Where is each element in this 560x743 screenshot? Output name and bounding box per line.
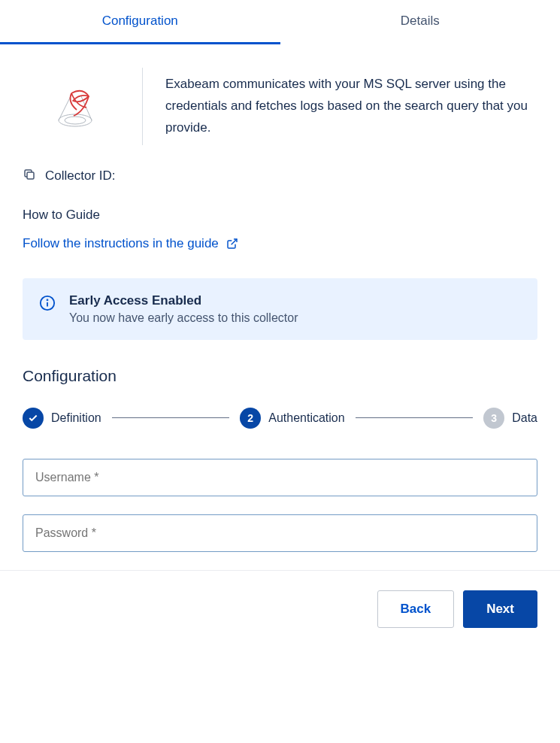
tab-details[interactable]: Details xyxy=(280,0,561,44)
step-data: 3 Data xyxy=(483,408,537,429)
step-authentication: 2 Authentication xyxy=(240,408,344,429)
svg-point-1 xyxy=(65,117,86,124)
stepper: Definition 2 Authentication 3 Data xyxy=(23,408,537,429)
svg-rect-4 xyxy=(27,172,34,179)
step-definition: Definition xyxy=(23,408,101,429)
howto-heading: How to Guide xyxy=(23,208,537,223)
step-authentication-label: Authentication xyxy=(268,411,344,425)
back-button[interactable]: Back xyxy=(377,590,455,628)
step-connector xyxy=(112,417,230,418)
svg-line-2 xyxy=(59,95,71,120)
next-button[interactable]: Next xyxy=(463,590,537,628)
external-link-icon xyxy=(226,238,238,250)
info-icon xyxy=(39,293,56,314)
password-field[interactable] xyxy=(23,514,537,552)
intro-row: Exabeam communicates with your MS SQL se… xyxy=(23,68,537,145)
collector-id-label: Collector ID: xyxy=(45,168,116,183)
footer: Back Next xyxy=(0,570,560,647)
intro-description: Exabeam communicates with your MS SQL se… xyxy=(165,68,537,145)
collector-id-row: Collector ID: xyxy=(23,168,537,185)
svg-point-7 xyxy=(47,299,48,300)
step-connector xyxy=(356,417,474,418)
check-icon xyxy=(28,413,38,423)
copy-icon[interactable] xyxy=(23,168,36,185)
step-authentication-circle: 2 xyxy=(240,408,261,429)
configuration-heading: Configuration xyxy=(23,367,537,385)
step-data-circle: 3 xyxy=(483,408,504,429)
banner-body: You now have early access to this collec… xyxy=(69,311,298,325)
step-data-label: Data xyxy=(512,411,537,425)
step-definition-label: Definition xyxy=(51,411,101,425)
banner-title: Early Access Enabled xyxy=(69,293,298,308)
mssql-icon xyxy=(49,80,101,132)
svg-point-0 xyxy=(59,114,92,126)
username-field[interactable] xyxy=(23,459,537,496)
step-definition-circle xyxy=(23,408,44,429)
early-access-banner: Early Access Enabled You now have early … xyxy=(23,278,537,340)
tab-configuration[interactable]: Configuration xyxy=(0,0,280,44)
howto-guide-link[interactable]: Follow the instructions in the guide xyxy=(23,236,238,251)
guide-link-text: Follow the instructions in the guide xyxy=(23,236,219,251)
product-logo xyxy=(23,68,143,145)
tab-row: Configuration Details xyxy=(0,0,560,45)
